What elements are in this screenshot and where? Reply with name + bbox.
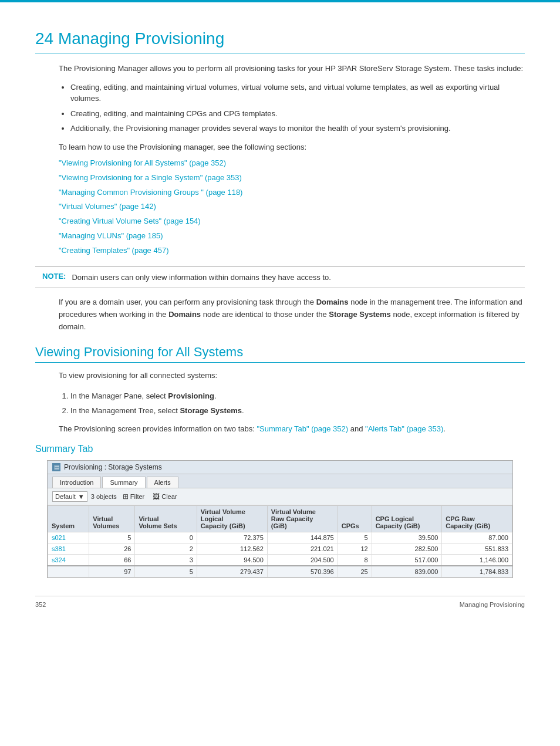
screen-title-bar: ▤ Provisioning : Storage Systems bbox=[48, 461, 512, 474]
bullet-item-1: Creating, editing, and maintaining virtu… bbox=[70, 82, 525, 104]
alerts-tab-link[interactable]: "Alerts Tab" (page 353) bbox=[365, 424, 443, 433]
cell-cpgs-s381: 12 bbox=[338, 544, 372, 555]
footer-page-num: 352 bbox=[35, 601, 46, 608]
bullet-list: Creating, editing, and maintaining virtu… bbox=[70, 82, 525, 134]
step-1: In the Manager Pane, select Provisioning… bbox=[70, 390, 525, 402]
provisioning-screen: ▤ Provisioning : Storage Systems Introdu… bbox=[47, 460, 513, 578]
toolbar-dropdown[interactable]: Default ▼ bbox=[52, 491, 87, 502]
col-vvs: VirtualVolume Sets bbox=[135, 506, 197, 532]
tab-alerts[interactable]: Alerts bbox=[147, 477, 178, 488]
filter-label: Filter bbox=[130, 493, 144, 500]
col-system: System bbox=[48, 506, 89, 532]
step-2: In the Management Tree, select Storage S… bbox=[70, 405, 525, 417]
top-border bbox=[0, 0, 560, 2]
total-vvl: 279.437 bbox=[197, 566, 267, 578]
tab-summary[interactable]: Summary bbox=[102, 477, 145, 488]
system-link-s021[interactable]: s021 bbox=[52, 534, 66, 541]
total-vvr: 570.396 bbox=[267, 566, 338, 578]
page-footer: 352 Managing Provisioning bbox=[35, 596, 525, 608]
steps-list: In the Manager Pane, select Provisioning… bbox=[70, 390, 525, 416]
cell-cpgl-s324: 517.000 bbox=[372, 555, 442, 566]
cell-cpgl-s021: 39.500 bbox=[372, 532, 442, 544]
chapter-title: 24 Managing Provisioning bbox=[35, 29, 525, 53]
cell-cpgr-s324: 1,146.000 bbox=[442, 555, 512, 566]
screen-toolbar: Default ▼ 3 objects ⊞ Filter 🖼 Clear bbox=[48, 488, 512, 505]
screen-title: Provisioning : Storage Systems bbox=[64, 463, 162, 471]
note-box: NOTE: Domain users can only view informa… bbox=[35, 266, 525, 289]
link-3[interactable]: "Managing Common Provisioning Groups " (… bbox=[59, 187, 525, 199]
cell-vvs-s324: 3 bbox=[135, 555, 197, 566]
cell-cpgl-s381: 282.500 bbox=[372, 544, 442, 555]
system-link-s381[interactable]: s381 bbox=[52, 545, 66, 552]
tabs-description: The Provisioning screen provides informa… bbox=[59, 423, 525, 436]
total-cpgl: 839.000 bbox=[372, 566, 442, 578]
total-vvs: 5 bbox=[135, 566, 197, 578]
cell-cpgs-s324: 8 bbox=[338, 555, 372, 566]
cell-vvr-s021: 144.875 bbox=[267, 532, 338, 544]
domain-paragraph: If you are a domain user, you can perfor… bbox=[59, 296, 525, 333]
clear-button[interactable]: 🖼 Clear bbox=[150, 492, 179, 501]
total-cpgr: 1,784.833 bbox=[442, 566, 512, 578]
clear-label: Clear bbox=[161, 493, 177, 500]
cell-vvs-s021: 0 bbox=[135, 532, 197, 544]
cell-cpgs-s021: 5 bbox=[338, 532, 372, 544]
link-list: "Viewing Provisioning for All Systems" (… bbox=[59, 157, 525, 257]
cell-vvl-s324: 94.500 bbox=[197, 555, 267, 566]
cell-vvr-s324: 204.500 bbox=[267, 555, 338, 566]
col-cpg-raw: CPG RawCapacity (GiB) bbox=[442, 506, 512, 532]
dropdown-arrow: ▼ bbox=[78, 493, 85, 500]
cell-vv-s381: 26 bbox=[89, 544, 135, 555]
total-label bbox=[48, 566, 89, 578]
cell-cpgr-s021: 87.000 bbox=[442, 532, 512, 544]
cell-vvl-s381: 112.562 bbox=[197, 544, 267, 555]
col-vv-logical: Virtual VolumeLogicalCapacity (GiB) bbox=[197, 506, 267, 532]
link-6[interactable]: "Managing VLUNs" (page 185) bbox=[59, 230, 525, 242]
screen-tabs: Introduction Summary Alerts bbox=[48, 474, 512, 488]
total-vv: 97 bbox=[89, 566, 135, 578]
subsection-title: Summary Tab bbox=[35, 444, 525, 454]
chapter-number: 24 bbox=[35, 29, 53, 48]
link-5[interactable]: "Creating Virtual Volume Sets" (page 154… bbox=[59, 215, 525, 228]
table-row: s324 66 3 94.500 204.500 8 517.000 1,146… bbox=[48, 555, 512, 566]
cell-vv-s324: 66 bbox=[89, 555, 135, 566]
total-cpgs: 25 bbox=[338, 566, 372, 578]
cell-cpgr-s381: 551.833 bbox=[442, 544, 512, 555]
col-cpgs: CPGs bbox=[338, 506, 372, 532]
table-row: s381 26 2 112.562 221.021 12 282.500 551… bbox=[48, 544, 512, 555]
filter-icon: ⊞ bbox=[123, 492, 129, 501]
bullet-item-2: Creating, editing, and maintaining CPGs … bbox=[70, 108, 525, 120]
filter-button[interactable]: ⊞ Filter bbox=[120, 492, 147, 501]
system-link-s324[interactable]: s324 bbox=[52, 556, 66, 563]
col-vv: VirtualVolumes bbox=[89, 506, 135, 532]
dropdown-label: Default bbox=[55, 493, 76, 500]
view-intro: To view provisioning for all connected s… bbox=[59, 370, 525, 382]
cell-vvr-s381: 221.021 bbox=[267, 544, 338, 555]
tab-introduction[interactable]: Introduction bbox=[52, 477, 101, 488]
note-label: NOTE: bbox=[42, 272, 66, 281]
page-container: 24 Managing Provisioning The Provisionin… bbox=[0, 0, 560, 632]
cell-vv-s021: 5 bbox=[89, 532, 135, 544]
cell-vvs-s381: 2 bbox=[135, 544, 197, 555]
total-row: 97 5 279.437 570.396 25 839.000 1,784.83… bbox=[48, 566, 512, 578]
intro-paragraph: The Provisioning Manager allows you to p… bbox=[59, 63, 525, 75]
bullet-item-3: Additionally, the Provisioning manager p… bbox=[70, 123, 525, 134]
screen-icon: ▤ bbox=[52, 463, 60, 471]
col-cpg-logical: CPG LogicalCapacity (GiB) bbox=[372, 506, 442, 532]
col-vv-raw: Virtual VolumeRaw Capacity(GiB) bbox=[267, 506, 338, 532]
learn-text: To learn how to use the Provisioning man… bbox=[59, 141, 525, 153]
cell-vvl-s021: 72.375 bbox=[197, 532, 267, 544]
data-table: System VirtualVolumes VirtualVolume Sets… bbox=[48, 505, 512, 578]
table-row: s021 5 0 72.375 144.875 5 39.500 87.000 bbox=[48, 532, 512, 544]
footer-label: Managing Provisioning bbox=[460, 601, 525, 608]
link-7[interactable]: "Creating Templates" (page 457) bbox=[59, 245, 525, 257]
note-text: Domain users can only view information w… bbox=[72, 272, 331, 283]
link-4[interactable]: "Virtual Volumes" (page 142) bbox=[59, 201, 525, 213]
link-2[interactable]: "Viewing Provisioning for a Single Syste… bbox=[59, 172, 525, 184]
link-1[interactable]: "Viewing Provisioning for All Systems" (… bbox=[59, 157, 525, 170]
clear-icon: 🖼 bbox=[153, 492, 160, 501]
toolbar-objects: 3 objects bbox=[91, 493, 117, 500]
summary-tab-link[interactable]: "Summary Tab" (page 352) bbox=[257, 424, 348, 433]
section2-title: Viewing Provisioning for All Systems bbox=[35, 345, 525, 363]
chapter-title-label: Managing Provisioning bbox=[58, 29, 224, 48]
